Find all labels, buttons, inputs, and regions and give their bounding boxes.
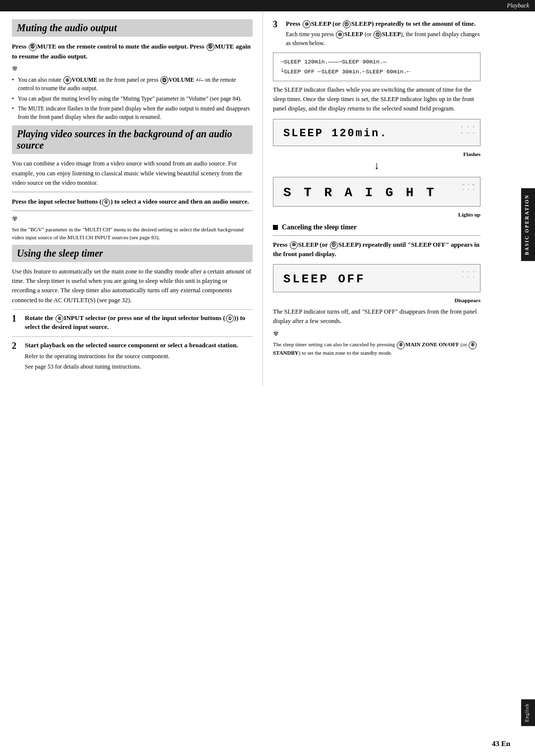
step-3-content: Press ⑩SLEEP (or ⑪SLEEP) repeatedly to s…	[286, 19, 481, 48]
video-bg-body: You can combine a video image from a vid…	[12, 159, 253, 188]
tip-icon-3: ✾	[273, 329, 279, 338]
step-1-title: Rotate the ⑥INPUT selector (or press one…	[25, 314, 253, 331]
divider-cancel	[273, 235, 481, 236]
cancel-sleep-intro: Press ⑩SLEEP (or ⑪SLEEP) repeatedly unti…	[273, 240, 481, 259]
step-divider-2	[12, 336, 253, 337]
sleep-seq-line1: →SLEEP 120min.———→SLEEP 90min.—	[280, 57, 473, 67]
step-2-content: Start playback on the selected source co…	[25, 341, 253, 371]
step-divider-1	[12, 309, 253, 310]
display-straight: S T R A I G H T → · ←· · ·	[273, 177, 481, 207]
step-3: 3 Press ⑩SLEEP (or ⑪SLEEP) repeatedly to…	[273, 19, 481, 48]
step-3-title: Press ⑩SLEEP (or ⑪SLEEP) repeatedly to s…	[286, 19, 481, 28]
cancel-sleep-heading: Canceling the sleep timer	[273, 223, 481, 231]
video-bg-subheading: Press the input selector buttons (①) to …	[12, 197, 253, 206]
cancel-sleep-title: Canceling the sleep timer	[282, 223, 357, 231]
muting-tip-icon-row: ✾	[12, 65, 253, 73]
video-bg-tip-note: Set the "BGV" parameter in the "MULTI CH…	[12, 226, 253, 242]
display-straight-dots: → · ←· · ·	[462, 182, 475, 193]
page-number: 43 En	[492, 740, 510, 748]
tip-icon-2: ✾	[12, 215, 18, 223]
section-muting-title: Muting the audio output	[17, 22, 248, 34]
step-2-desc-2: See page 53 for details about tuning ins…	[25, 362, 253, 371]
section-video-bg: Playing video sources in the background …	[12, 125, 253, 154]
sleep-seq-line2: └SLEEP OFF ←SLEEP 30min.←SLEEP 60min.←	[280, 67, 473, 77]
language-tab: English	[521, 700, 535, 726]
section-muting: Muting the audio output	[12, 19, 253, 37]
step-2-desc-1: Refer to the operating instructions for …	[25, 352, 253, 361]
step-3-body: Each time you press ⑩SLEEP (or ⑪SLEEP), …	[286, 30, 481, 48]
step-2-title: Start playback on the selected source co…	[25, 341, 253, 350]
cancel-sleep-body: The SLEEP indicator turns off, and "SLEE…	[273, 307, 481, 326]
display-sleep-120-label: Flashes	[273, 151, 481, 157]
step-1: 1 Rotate the ⑥INPUT selector (or press o…	[12, 314, 253, 331]
step-1-number: 1	[12, 314, 21, 331]
divider-2	[12, 211, 253, 211]
operation-tab: BASIC OPERATION	[521, 188, 535, 261]
right-column: 3 Press ⑩SLEEP (or ⑪SLEEP) repeatedly to…	[263, 11, 505, 386]
tip-icon-1: ✾	[12, 64, 18, 73]
sleep-indicator-body: The SLEEP indicator flashes while you ar…	[273, 85, 481, 114]
cancel-tip-note: The sleep timer setting can also be canc…	[273, 341, 481, 357]
muting-tips-list: You can also rotate ⑥VOLUME on the front…	[12, 76, 253, 121]
sleep-timer-body: Use this feature to automatically set th…	[12, 267, 253, 306]
section-label: Playback	[507, 2, 529, 9]
display-straight-label: Lights up	[273, 212, 481, 217]
main-content: Muting the audio output Press ⑮MUTE on t…	[0, 11, 535, 386]
display-sleep-120-text: SLEEP 120min.	[283, 127, 470, 140]
top-header-bar: Playback	[0, 0, 535, 11]
display-sleep-120: SLEEP 120min. · · ·· · ·	[273, 119, 481, 146]
muting-tip-1: You can also rotate ⑥VOLUME on the front…	[12, 76, 253, 93]
muting-tip-2: You can adjust the muting level by using…	[12, 95, 253, 103]
display-sleep-120-dots: · · ·· · ·	[460, 124, 475, 136]
step-2: 2 Start playback on the selected source …	[12, 341, 253, 371]
display-sleep-off-dots: · · ·· · ·	[462, 270, 475, 280]
step-1-content: Rotate the ⑥INPUT selector (or press one…	[25, 314, 253, 331]
muting-tip-3: The MUTE indicator flashes in the front …	[12, 105, 253, 122]
cancel-tip-row: ✾	[273, 330, 481, 338]
section-video-bg-title: Playing video sources in the background …	[17, 128, 248, 151]
section-sleep-timer: Using the sleep timer	[12, 245, 253, 262]
divider-1	[12, 192, 253, 192]
step-3-number: 3	[273, 19, 282, 48]
black-square-icon	[273, 225, 278, 230]
arrow-down-icon: ↓	[273, 159, 481, 172]
display-sleep-off-label: Disappears	[273, 297, 481, 303]
display-sleep-off-text: SLEEP OFF	[283, 272, 470, 286]
step-2-number: 2	[12, 341, 21, 371]
video-bg-tip-row: ✾	[12, 215, 253, 223]
sleep-sequence-diagram: →SLEEP 120min.———→SLEEP 90min.— └SLEEP O…	[273, 53, 481, 81]
left-column: Muting the audio output Press ⑮MUTE on t…	[0, 11, 263, 386]
display-sleep-off: SLEEP OFF · · ·· · ·	[273, 264, 481, 292]
display-straight-text: S T R A I G H T	[283, 185, 470, 200]
muting-intro: Press ⑮MUTE on the remote control to mut…	[12, 42, 253, 61]
section-sleep-timer-title: Using the sleep timer	[17, 248, 248, 259]
